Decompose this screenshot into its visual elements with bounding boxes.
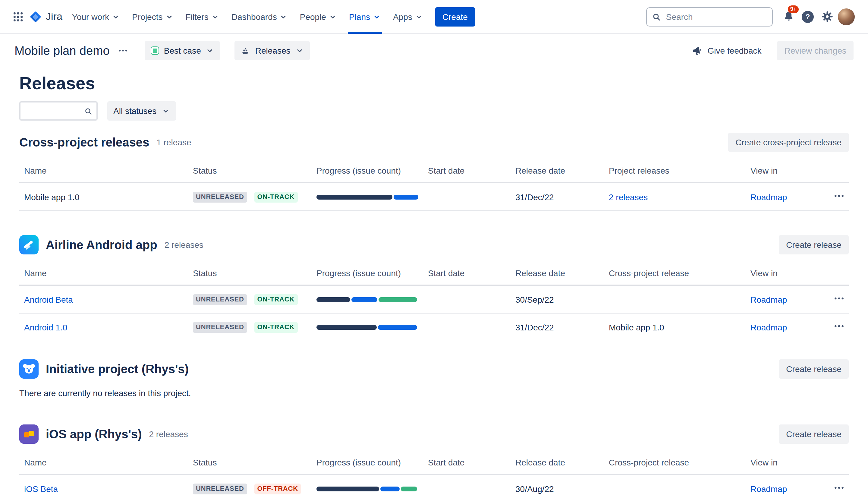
create-cross-project-release-button[interactable]: Create cross-project release [728,133,849,152]
release-search-input[interactable] [25,105,84,116]
create-release-button[interactable]: Create release [779,425,849,444]
airline-android-releases-table: Name Status Progress (issue count) Start… [19,262,849,341]
nav-people[interactable]: People [294,0,343,33]
release-name-link[interactable]: Android 1.0 [24,322,67,332]
roadmap-link[interactable]: Roadmap [750,484,787,494]
release-row: iOS Beta UNRELEASED OFF-TRACK 30/Aug/22 … [19,475,849,495]
row-actions-button[interactable] [833,190,845,204]
nav-dashboards[interactable]: Dashboards [225,0,294,33]
plan-title: Mobile plan demo [15,44,110,57]
column-header-status: Status [188,458,312,467]
table-header-row: Name Status Progress (issue count) Start… [19,159,849,183]
kebab-icon [833,190,845,202]
global-search[interactable] [646,7,773,26]
global-search-input[interactable] [665,11,767,22]
row-actions-button[interactable] [833,482,845,495]
ios-app-section: iOS app (Rhys's) 2 releases Create relea… [19,422,849,495]
release-count: 1 release [156,137,191,147]
column-header-progress: Progress (issue count) [312,166,423,175]
jira-logo[interactable]: Jira [29,10,63,23]
initiative-project-section: Initiative project (Rhys's) Create relea… [19,357,849,398]
progress-bar [316,486,419,491]
nav-label: Filters [185,12,208,21]
section-title: iOS app (Rhys's) [46,427,142,441]
project-avatar-initiative-project [19,359,39,379]
project-avatar-airline-android-app [19,235,39,254]
column-header-progress: Progress (issue count) [312,268,423,278]
roadmap-link[interactable]: Roadmap [750,294,787,304]
nav-label: Projects [132,12,162,21]
project-releases-link[interactable]: 2 releases [609,192,648,202]
nav-label: Plans [349,12,370,21]
track-status-badge: ON-TRACK [254,192,297,203]
row-actions-button[interactable] [833,320,845,334]
cross-project-release-cell: Mobile app 1.0 [604,322,746,332]
view-selector[interactable]: Releases [235,41,310,60]
cross-project-releases-section: Cross-project releases 1 release Create … [19,130,849,211]
scenario-selector[interactable]: Best case [145,41,220,60]
release-date-cell: 30/Aug/22 [510,484,604,494]
chevron-down-icon [211,12,220,21]
nav-label: People [300,12,326,21]
ship-icon [241,46,250,55]
section-title: Initiative project (Rhys's) [46,362,189,376]
progress-cell [312,297,423,302]
top-navigation: Jira Your work Projects Filters Dashboar… [0,0,868,34]
nav-label: Your work [72,12,109,21]
table-header-row: Name Status Progress (issue count) Start… [19,262,849,286]
actions-cell [824,482,849,495]
release-row: Android 1.0 UNRELEASED ON-TRACK 31/Dec/2… [19,313,849,341]
give-feedback-button[interactable]: Give feedback [692,45,762,56]
track-status-badge: OFF-TRACK [254,483,301,494]
column-header-release-date: Release date [510,268,604,278]
section-header: Cross-project releases 1 release Create … [19,130,849,154]
user-avatar [838,8,855,25]
release-date-cell: 30/Sep/22 [510,294,604,304]
chevron-down-icon [161,107,170,115]
app-switcher-icon [12,11,24,23]
nav-filters[interactable]: Filters [179,0,225,33]
nav-plans[interactable]: Plans [343,0,387,33]
nav-apps[interactable]: Apps [387,0,429,33]
ios-releases-table: Name Status Progress (issue count) Start… [19,451,849,495]
status-filter-dropdown[interactable]: All statuses [107,101,176,121]
chevron-down-icon [165,12,173,21]
column-header-cross-project-release: Cross-project release [604,268,746,278]
profile-button[interactable] [837,7,856,26]
chevron-down-icon [372,12,381,21]
review-changes-button[interactable]: Review changes [777,41,853,60]
column-header-project-releases: Project releases [604,166,746,175]
actions-cell [824,292,849,306]
release-name-link[interactable]: Android Beta [24,294,73,304]
nav-your-work[interactable]: Your work [66,0,126,33]
create-release-button[interactable]: Create release [779,235,849,254]
create-button[interactable]: Create [435,7,475,26]
roadmap-link[interactable]: Roadmap [750,322,787,332]
column-header-view-in: View in [746,458,824,467]
roadmap-link[interactable]: Roadmap [750,192,787,202]
app-switcher-button[interactable] [8,7,28,26]
settings-button[interactable] [817,7,837,26]
nav-projects[interactable]: Projects [126,0,179,33]
release-status-badge: UNRELEASED [193,483,247,494]
column-header-start-date: Start date [423,166,510,175]
project-releases-cell: 2 releases [604,192,746,202]
releases-main: Releases All statuses Cross-project rele… [0,72,868,495]
release-name-link[interactable]: iOS Beta [24,484,58,494]
help-button[interactable]: ? [798,7,817,26]
create-release-button[interactable]: Create release [779,359,849,379]
chevron-down-icon [295,47,303,55]
release-status-badge: UNRELEASED [193,294,247,305]
plan-header: Mobile plan demo Best case Releases [0,34,868,68]
release-filters: All statuses [19,101,849,121]
column-header-view-in: View in [746,166,824,175]
plan-more-button[interactable] [115,42,132,59]
nav-label: Apps [393,12,412,21]
notifications-button[interactable]: 9+ [779,7,798,26]
chevron-down-icon [415,12,423,21]
release-name-cell: Android 1.0 [19,322,188,332]
release-row: Mobile app 1.0 UNRELEASED ON-TRACK 31/De… [19,183,849,211]
row-actions-button[interactable] [833,292,845,306]
release-search[interactable] [19,101,98,121]
section-header: iOS app (Rhys's) 2 releases Create relea… [19,422,849,446]
